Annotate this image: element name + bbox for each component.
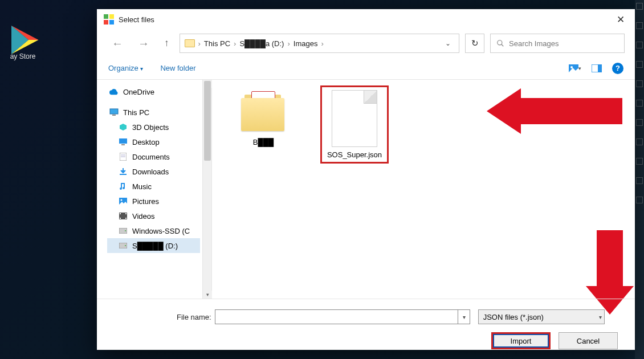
folder-item[interactable]: B███ xyxy=(229,85,297,151)
svg-rect-17 xyxy=(120,174,127,175)
svg-rect-24 xyxy=(125,218,127,219)
breadcrumb-thispc[interactable]: This PC xyxy=(204,39,230,48)
side-icon[interactable] xyxy=(636,197,643,203)
nav-label: Pictures xyxy=(132,197,159,206)
scrollbar-thumb[interactable] xyxy=(204,81,211,161)
side-icon[interactable] xyxy=(636,3,643,10)
nav-label: Videos xyxy=(132,212,155,221)
document-icon xyxy=(119,152,128,161)
close-button[interactable]: ✕ xyxy=(613,14,628,26)
nav-documents[interactable]: Documents xyxy=(107,149,200,164)
filename-dropdown[interactable]: ▾ xyxy=(458,309,470,324)
side-icon[interactable] xyxy=(636,100,643,107)
help-button[interactable]: ? xyxy=(612,63,623,74)
svg-rect-1 xyxy=(109,14,114,19)
nav-label: OneDrive xyxy=(123,88,154,96)
side-icon[interactable] xyxy=(636,119,643,126)
dialog-body: OneDrive This PC 3D Objects Desktop Docu… xyxy=(97,80,635,299)
dialog-footer: File name: ▾ JSON files (*.json) ▾ Impor… xyxy=(97,299,635,350)
breadcrumb-drive[interactable]: S████a (D:) xyxy=(239,39,284,48)
file-item-json[interactable]: SOS_Super.json xyxy=(320,85,389,164)
side-icon[interactable] xyxy=(636,61,643,68)
svg-point-19 xyxy=(121,199,123,201)
download-icon xyxy=(119,167,128,176)
nav-label: Desktop xyxy=(132,138,160,146)
file-type-filter[interactable]: JSON files (*.json) ▾ xyxy=(478,309,605,324)
side-icon[interactable] xyxy=(636,158,643,165)
nav-label: Music xyxy=(132,182,152,191)
cloud-icon xyxy=(109,87,119,96)
nav-label: Documents xyxy=(132,153,170,161)
search-icon xyxy=(496,39,504,47)
breadcrumb-folder[interactable]: Images xyxy=(294,39,318,48)
chevron-right-icon: › xyxy=(198,39,201,48)
nav-videos[interactable]: Videos xyxy=(107,209,200,223)
filename-input[interactable] xyxy=(215,309,470,324)
pc-icon xyxy=(109,108,119,117)
app-icon xyxy=(104,14,114,25)
side-icon[interactable] xyxy=(636,80,643,87)
pictures-icon xyxy=(119,197,128,206)
nav-downloads[interactable]: Downloads xyxy=(107,164,200,179)
video-icon xyxy=(119,211,128,221)
new-folder-button[interactable]: New folder xyxy=(160,64,195,72)
svg-rect-21 xyxy=(120,213,121,214)
folder-name: B███ xyxy=(253,138,274,146)
nav-desktop[interactable]: Desktop xyxy=(107,134,200,149)
nav-label: Downloads xyxy=(132,168,169,176)
forward-button[interactable]: → xyxy=(133,35,154,52)
annotation-arrow-down xyxy=(593,230,627,287)
import-button[interactable]: Import xyxy=(491,332,551,349)
dialog-title: Select files xyxy=(119,15,154,24)
navpane-scrollbar[interactable]: ▴ ▾ xyxy=(203,80,212,299)
svg-rect-22 xyxy=(120,218,121,219)
nav-thispc[interactable]: This PC xyxy=(107,105,200,120)
side-icon[interactable] xyxy=(636,177,643,184)
search-placeholder: Search Images xyxy=(509,39,559,48)
address-row: ← → ↑ › This PC › S████a (D:) › Images ›… xyxy=(97,30,635,57)
svg-rect-0 xyxy=(104,14,108,19)
files-area[interactable]: B███ SOS_Super.json xyxy=(212,80,635,299)
nav-pictures[interactable]: Pictures xyxy=(107,194,200,209)
playstore-label: ay Store xyxy=(0,52,46,60)
nav-label: Windows-SSD (C xyxy=(132,227,190,235)
nav-drive-c[interactable]: Windows-SSD (C xyxy=(107,223,200,238)
nav-label: 3D Objects xyxy=(132,123,169,132)
svg-rect-12 xyxy=(119,138,127,144)
svg-point-7 xyxy=(570,66,573,68)
chevron-down-icon: ▾ xyxy=(599,314,602,320)
playstore-icon[interactable] xyxy=(9,23,43,57)
up-button[interactable]: ↑ xyxy=(160,35,174,51)
emulator-sidebar xyxy=(635,0,644,359)
back-button[interactable]: ← xyxy=(107,35,128,52)
address-bar[interactable]: › This PC › S████a (D:) › Images › ⌄ xyxy=(180,34,460,53)
music-icon xyxy=(119,182,128,191)
svg-rect-23 xyxy=(125,213,127,214)
desktop-icon xyxy=(119,137,128,146)
annotation-arrow-left xyxy=(520,98,622,124)
refresh-button[interactable]: ↻ xyxy=(465,34,484,53)
search-input[interactable]: Search Images xyxy=(490,34,625,53)
view-mode-button[interactable]: ▾ xyxy=(569,63,581,74)
cancel-button[interactable]: Cancel xyxy=(559,332,618,349)
nav-3dobjects[interactable]: 3D Objects xyxy=(107,120,200,134)
filename-label: File name: xyxy=(177,313,211,321)
side-icon[interactable] xyxy=(636,42,643,48)
drive-icon xyxy=(119,241,128,250)
scroll-down-arrow[interactable]: ▾ xyxy=(203,291,212,299)
svg-rect-3 xyxy=(109,20,114,25)
nav-music[interactable]: Music xyxy=(107,179,200,194)
preview-pane-button[interactable] xyxy=(590,63,603,74)
titlebar: Select files ✕ xyxy=(97,9,635,30)
nav-drive-d[interactable]: S█████ (D:) xyxy=(107,238,200,253)
svg-point-28 xyxy=(125,245,126,246)
side-icon[interactable] xyxy=(636,22,643,29)
nav-onedrive[interactable]: OneDrive xyxy=(107,84,200,99)
chevron-right-icon: › xyxy=(287,39,290,48)
drive-icon xyxy=(119,226,128,235)
chevron-down-icon[interactable]: ⌄ xyxy=(442,37,454,50)
chevron-right-icon: › xyxy=(234,39,236,48)
organize-menu[interactable]: Organize ▾ xyxy=(108,64,143,72)
side-icon[interactable] xyxy=(636,138,643,145)
chevron-right-icon: › xyxy=(321,39,323,48)
